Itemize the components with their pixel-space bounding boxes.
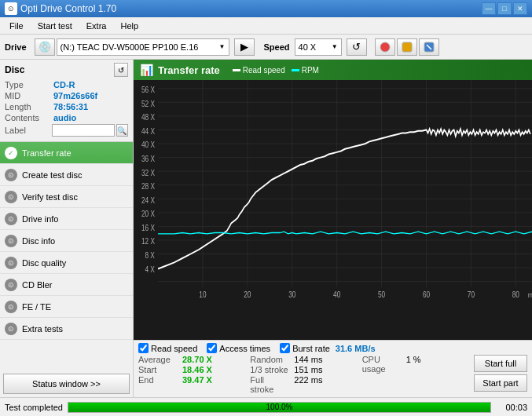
toolbar-icon-3[interactable] (419, 38, 439, 56)
sidebar: Disc ↺ Type CD-R MID 97m26s66f Length 78… (0, 60, 134, 397)
disc-title: Disc (5, 64, 24, 75)
label-icon-btn[interactable]: 🔍 (116, 124, 128, 137)
type-label: Type (5, 80, 53, 89)
label-input[interactable] (52, 124, 115, 137)
random-value: 144 ms (294, 355, 322, 364)
svg-text:36 X: 36 X (141, 154, 156, 163)
nav-transfer-rate[interactable]: ✓ Transfer rate (0, 142, 133, 164)
nav-transfer-rate-label: Transfer rate (22, 148, 72, 158)
fullstroke-label: Full stroke (250, 375, 289, 394)
speed-select[interactable]: 40 X ▼ (295, 38, 342, 56)
read-speed-legend-label: Read speed (243, 66, 285, 75)
nav-fe-te[interactable]: ⊙ FE / TE (0, 296, 133, 318)
disc-refresh-btn[interactable]: ↺ (114, 63, 128, 77)
maximize-button[interactable]: □ (497, 2, 512, 15)
svg-text:20 X: 20 X (141, 209, 156, 218)
svg-rect-1 (402, 42, 412, 52)
svg-text:4 X: 4 X (145, 264, 155, 273)
stats-bar: Read speed Access times Burst rate 31.6 … (134, 340, 532, 397)
drive-action-btn[interactable]: ▶ (234, 38, 255, 56)
contents-label: Contents (5, 113, 53, 122)
svg-text:24 X: 24 X (141, 195, 156, 205)
length-value: 78:56:31 (53, 102, 88, 111)
drive-bar: Drive 💿 (N:) TEAC DV-W5000E PP100 E.16 ▼… (0, 35, 532, 60)
status-window-btn[interactable]: Status window >> (3, 374, 130, 394)
speed-refresh-btn[interactable]: ↺ (347, 38, 367, 56)
start-value: 18.46 X (182, 365, 212, 374)
drive-icon-btn[interactable]: 💿 (35, 38, 55, 56)
type-value: CD-R (53, 80, 75, 89)
burst-rate-value: 31.6 MB/s (336, 344, 376, 353)
progress-bar-container: 100.0% (68, 402, 491, 413)
drive-select[interactable]: (N:) TEAC DV-W5000E PP100 E.16 ▼ (57, 38, 229, 56)
cpu-label: CPU usage (362, 355, 402, 374)
cpu-value: 1 % (406, 355, 421, 374)
start-full-btn[interactable]: Start full (474, 355, 527, 372)
chart-svg: 56 X 52 X 48 X 44 X 40 X 36 X 32 X 28 X … (134, 80, 532, 340)
svg-text:10: 10 (199, 290, 206, 299)
svg-text:28 X: 28 X (141, 181, 156, 191)
svg-rect-4 (134, 80, 532, 340)
read-speed-check-label: Read speed (151, 344, 197, 353)
close-button[interactable]: ✕ (513, 2, 527, 15)
verify-test-disc-icon: ⊙ (5, 191, 17, 203)
start-label: Start (138, 365, 178, 374)
svg-text:20: 20 (244, 290, 251, 299)
menu-help[interactable]: Help (114, 20, 145, 32)
nav-extra-tests[interactable]: ⊙ Extra tests (0, 318, 133, 340)
menu-extra[interactable]: Extra (80, 20, 113, 32)
label-label: Label (5, 126, 52, 135)
chart-title: Transfer rate (158, 64, 220, 76)
toolbar-icon-2[interactable] (397, 38, 417, 56)
burst-rate-checkbox-group: Burst rate 31.6 MB/s (280, 343, 375, 353)
fe-te-icon: ⊙ (5, 301, 17, 313)
time-text: 00:03 (496, 403, 527, 412)
menu-start-test[interactable]: Start test (31, 20, 79, 32)
read-speed-checkbox[interactable] (138, 343, 149, 353)
svg-point-0 (380, 42, 390, 52)
length-label: Length (5, 102, 53, 111)
nav-verify-test-disc[interactable]: ⊙ Verify test disc (0, 186, 133, 208)
nav-disc-quality[interactable]: ⊙ Disc quality (0, 252, 133, 274)
nav-cd-bler[interactable]: ⊙ CD Bler (0, 274, 133, 296)
start-part-btn[interactable]: Start part (474, 374, 527, 392)
svg-text:50: 50 (378, 290, 385, 299)
bottom-bar: Test completed 100.0% 00:03 (0, 397, 532, 416)
speed-select-arrow: ▼ (332, 43, 338, 50)
contents-value: audio (53, 113, 76, 122)
burst-rate-check-label: Burst rate (292, 344, 330, 353)
svg-text:60: 60 (423, 290, 430, 299)
progress-text: 100.0% (68, 403, 490, 412)
nav-fe-te-label: FE / TE (22, 302, 51, 312)
svg-text:12 X: 12 X (141, 236, 156, 246)
nav-create-test-disc[interactable]: ⊙ Create test disc (0, 164, 133, 186)
nav-disc-info-label: Disc info (22, 236, 55, 246)
nav-cd-bler-label: CD Bler (22, 280, 53, 290)
svg-text:70: 70 (468, 290, 475, 299)
nav-extra-tests-label: Extra tests (22, 324, 63, 334)
average-value: 28.70 X (182, 355, 212, 364)
access-times-checkbox[interactable] (207, 343, 217, 353)
menu-file[interactable]: File (3, 20, 30, 32)
disc-info-icon: ⊙ (5, 235, 17, 247)
menu-bar: File Start test Extra Help (0, 17, 532, 35)
svg-text:8 X: 8 X (145, 250, 155, 260)
nav-drive-info[interactable]: ⊙ Drive info (0, 208, 133, 230)
chart-legend: Read speed RPM (233, 66, 319, 75)
nav-disc-info[interactable]: ⊙ Disc info (0, 230, 133, 252)
toolbar-icon-1[interactable] (375, 38, 395, 56)
chart-container: 56 X 52 X 48 X 44 X 40 X 36 X 32 X 28 X … (134, 80, 532, 340)
nav-disc-quality-label: Disc quality (22, 258, 66, 268)
mid-value: 97m26s66f (53, 91, 97, 100)
minimize-button[interactable]: — (482, 2, 496, 15)
nav-drive-info-label: Drive info (22, 214, 58, 224)
nav-verify-test-disc-label: Verify test disc (22, 192, 78, 202)
average-label: Average (138, 355, 178, 364)
drive-info-icon: ⊙ (5, 213, 17, 225)
svg-text:44 X: 44 X (141, 126, 156, 136)
svg-text:80: 80 (512, 290, 519, 299)
app-icon: ⊙ (5, 2, 17, 15)
burst-rate-checkbox[interactable] (280, 343, 290, 353)
mid-label: MID (5, 91, 53, 100)
svg-text:30: 30 (288, 290, 295, 299)
